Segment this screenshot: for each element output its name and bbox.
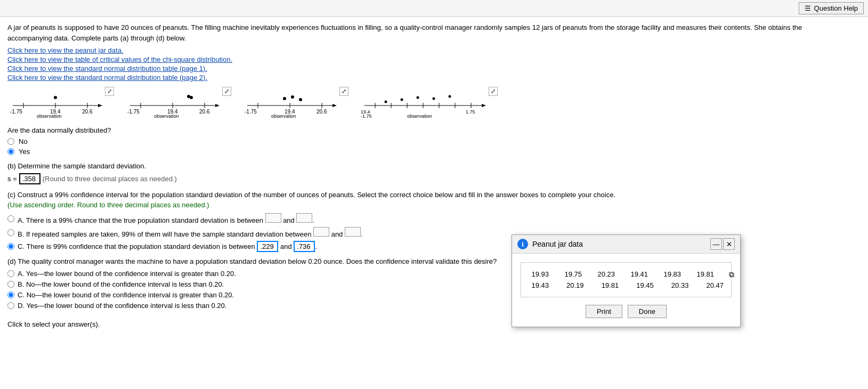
svg-text:observation: observation xyxy=(37,114,62,119)
part-c-label: (c) Construct a 99% confidence interval … xyxy=(7,191,845,199)
data-row-1: 19.93 19.75 20.23 19.41 19.83 19.81 ⧉ xyxy=(529,270,724,279)
svg-text:-1.75: -1.75 xyxy=(127,109,140,115)
c-c-box1[interactable]: .229 xyxy=(257,241,278,252)
c-c-box2[interactable]: .736 xyxy=(294,241,315,252)
d-d-text: Yes—the lower bound of the confidence in… xyxy=(26,302,226,310)
peanut-dialog: i Peanut jar data — ✕ 19.93 19.75 20.23 … xyxy=(512,234,741,327)
chart-1-svg: -1.75 19.4 20.6 observation xyxy=(7,87,109,119)
c-b-box2[interactable] xyxy=(345,227,361,237)
label-c-c: C. There is 99% confidence that the popu… xyxy=(18,241,317,252)
svg-text:20.6: 20.6 xyxy=(199,109,210,115)
peanut-jar-link[interactable]: Click here to view the peanut jar data. xyxy=(7,46,845,54)
s-value-box[interactable]: .358 xyxy=(19,173,40,184)
radio-c-c[interactable] xyxy=(7,243,14,250)
svg-point-43 xyxy=(401,99,403,101)
chart-2: ⤢ -1.75 19.4 20.6 observation xyxy=(125,87,231,119)
svg-point-19 xyxy=(190,96,193,99)
list-icon: ☰ xyxy=(805,4,811,12)
cell-1-5: 19.83 xyxy=(661,270,681,279)
chart-4-svg: 19.4-1.751.75observation xyxy=(359,87,492,119)
svg-point-29 xyxy=(283,97,286,100)
radio-c-a[interactable] xyxy=(7,215,14,222)
svg-point-31 xyxy=(299,98,302,101)
svg-marker-11 xyxy=(215,104,220,107)
chart-2-svg: -1.75 19.4 20.6 observation xyxy=(125,87,226,119)
svg-text:-1.75: -1.75 xyxy=(361,114,372,119)
normal-dist-question: Are the data normally distributed? xyxy=(7,126,845,134)
chart-3-svg: -1.75 19.4 20.6 observation xyxy=(242,87,343,119)
copy-icon[interactable]: ⧉ xyxy=(729,270,734,279)
part-c-option-a[interactable]: A. There is a 99% chance that the true p… xyxy=(7,213,845,224)
question-help-label: Question Help xyxy=(814,4,858,12)
radio-d-c[interactable] xyxy=(7,291,14,298)
cell-2-1: 19.43 xyxy=(529,281,549,289)
normal-dist-link-p2[interactable]: Click here to view the standard normal d… xyxy=(7,74,845,82)
svg-point-46 xyxy=(449,95,451,98)
radio-d-d[interactable] xyxy=(7,302,14,309)
dialog-titlebar: i Peanut jar data — ✕ xyxy=(512,235,740,254)
intro-text: A jar of peanuts is supposed to have 20 … xyxy=(7,22,845,43)
c-a-box1[interactable] xyxy=(265,213,281,223)
part-c-instruction: (Use ascending order. Round to three dec… xyxy=(7,201,845,209)
svg-point-42 xyxy=(385,101,387,103)
c-a-and: and xyxy=(283,216,295,224)
d-b-text: No—the lower bound of the confidence int… xyxy=(26,280,224,288)
c-b-box1[interactable] xyxy=(313,227,329,237)
svg-point-44 xyxy=(417,96,419,99)
d-c-text: No—the lower bound of the confidence int… xyxy=(27,291,234,299)
label-yes: Yes xyxy=(19,148,30,156)
radio-no[interactable] xyxy=(7,138,14,145)
option-no[interactable]: No xyxy=(7,137,845,145)
label-no: No xyxy=(19,137,28,145)
question-help-button[interactable]: ☰ Question Help xyxy=(799,2,864,14)
charts-row: ⤢ -1.75 19.4 20.6 observation ⤢ xyxy=(7,87,845,119)
s-prefix: s = xyxy=(7,175,17,183)
chart-2-expand[interactable]: ⤢ xyxy=(222,87,231,96)
chart-3: ⤢ -1.75 19.4 20.6 observation xyxy=(242,87,348,119)
svg-text:observation: observation xyxy=(271,114,296,119)
radio-d-a[interactable] xyxy=(7,270,14,277)
label-d-d: D. Yes—the lower bound of the confidence… xyxy=(18,302,226,310)
radio-yes[interactable] xyxy=(7,148,14,155)
chart-1-expand[interactable]: ⤢ xyxy=(105,87,114,96)
cell-1-1: 19.93 xyxy=(529,270,549,279)
print-button[interactable]: Print xyxy=(586,305,622,318)
c-b-and: and xyxy=(331,230,343,238)
cell-1-2: 19.75 xyxy=(562,270,582,279)
svg-point-8 xyxy=(54,96,57,99)
chart-4-expand[interactable]: ⤢ xyxy=(489,87,498,96)
radio-d-b[interactable] xyxy=(7,281,14,288)
chart-3-expand[interactable]: ⤢ xyxy=(339,87,348,96)
svg-text:observation: observation xyxy=(407,114,432,119)
label-d-b: B. No—the lower bound of the confidence … xyxy=(18,280,224,288)
c-c-text-before: There is 99% confidence that the populat… xyxy=(26,242,255,250)
svg-text:-1.75: -1.75 xyxy=(10,109,22,115)
svg-point-30 xyxy=(291,95,294,99)
part-a-section: Are the data normally distributed? No Ye… xyxy=(7,126,845,156)
dialog-controls: — ✕ xyxy=(710,238,735,250)
label-d-c: C. No—the lower bound of the confidence … xyxy=(18,291,234,299)
svg-text:20.6: 20.6 xyxy=(317,109,327,115)
chart-4: ⤢ 19.4- xyxy=(359,87,498,119)
cell-1-4: 19.41 xyxy=(628,270,648,279)
dialog-close-button[interactable]: ✕ xyxy=(723,238,735,250)
option-yes[interactable]: Yes xyxy=(7,148,845,156)
chi-square-link[interactable]: Click here to view the table of critical… xyxy=(7,55,845,63)
svg-point-45 xyxy=(433,98,435,100)
part-b-section: (b) Determine the sample standard deviat… xyxy=(7,162,845,184)
data-row-2: 19.43 20.19 19.81 19.45 20.33 20.47 xyxy=(529,281,724,289)
normal-dist-link-p1[interactable]: Click here to view the standard normal d… xyxy=(7,64,845,72)
cell-2-6: 20.47 xyxy=(703,281,724,289)
c-a-box2[interactable] xyxy=(296,213,312,223)
radio-c-b[interactable] xyxy=(7,229,14,236)
info-icon: i xyxy=(517,239,528,249)
done-button[interactable]: Done xyxy=(628,305,667,318)
svg-marker-22 xyxy=(332,104,337,107)
svg-text:20.6: 20.6 xyxy=(82,109,93,115)
dialog-minimize-button[interactable]: — xyxy=(710,238,722,250)
s-equation: s = .358 (Round to three decimal places … xyxy=(7,173,845,184)
dialog-body: 19.93 19.75 20.23 19.41 19.83 19.81 ⧉ 19… xyxy=(512,254,740,327)
s-hint: (Round to three decimal places as needed… xyxy=(43,175,177,183)
dialog-footer: Print Done xyxy=(521,305,732,318)
dialog-title: Peanut jar data xyxy=(532,240,706,248)
